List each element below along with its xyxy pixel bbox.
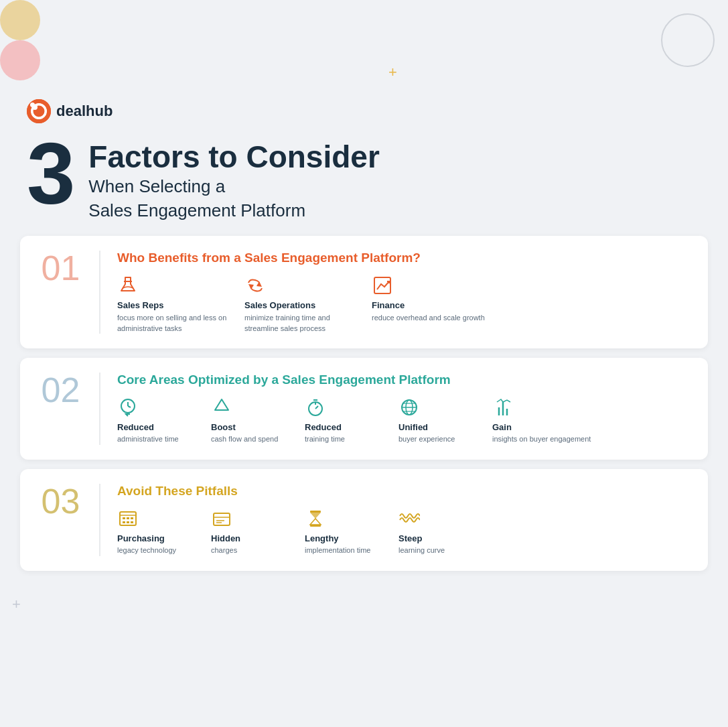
svg-marker-11	[215, 399, 228, 410]
svg-rect-32	[214, 513, 230, 525]
item-legacy-tech: Purchasinglegacy technology	[117, 508, 204, 556]
item-sales-ops-desc: minimize training time and streamline sa…	[244, 313, 365, 334]
item-finance-desc: reduce overhead and scale growth	[372, 313, 485, 323]
card-01-content: Who Benefits from a Sales Engagement Pla…	[117, 251, 689, 334]
svg-rect-31	[131, 521, 133, 523]
card-02-title: Core Areas Optimized by a Sales Engageme…	[117, 373, 689, 387]
title-sub: When Selecting a Sales Engagement Platfo…	[88, 174, 380, 223]
item-finance: Finance reduce overhead and scale growth	[372, 275, 485, 334]
svg-rect-30	[127, 521, 129, 523]
card-02-divider	[99, 373, 100, 445]
item-sales-ops-title: Sales Operations	[244, 300, 315, 312]
item-steep-curve-title: Steeplearning curve	[398, 533, 445, 556]
big-number: 3	[27, 130, 75, 217]
card-02: 02 Core Areas Optimized by a Sales Engag…	[20, 358, 708, 460]
svg-point-0	[27, 99, 51, 123]
item-finance-title: Finance	[372, 300, 405, 312]
title-text: Factors to Consider When Selecting a Sal…	[88, 137, 380, 222]
logo: dealhub	[27, 99, 113, 123]
svg-point-1	[32, 105, 46, 118]
stopwatch-icon	[305, 397, 326, 418]
card-03-divider	[99, 484, 100, 556]
item-sales-reps: Sales Reps focus more on selling and les…	[117, 275, 238, 334]
item-gain-insights-title: Gaininsights on buyer engagement	[492, 422, 591, 445]
item-hidden-charges: Hiddencharges	[211, 508, 298, 556]
hidden-charges-icon	[211, 508, 232, 529]
clock-down-icon	[117, 397, 139, 418]
arrow-up-icon	[211, 397, 232, 418]
svg-point-2	[32, 105, 38, 110]
plus-decoration-top: +	[388, 64, 397, 81]
item-reduced-admin: Reducedadministrative time	[117, 397, 204, 445]
item-unified-buyer-title: Unifiedbuyer experience	[398, 422, 455, 445]
svg-rect-27	[127, 517, 129, 519]
card-03-items: Purchasinglegacy technology Hiddencharge…	[117, 508, 689, 556]
card-01: 01 Who Benefits from a Sales Engagement …	[20, 236, 708, 348]
item-boost-title: Boostcash flow and spend	[211, 422, 278, 445]
item-lengthy-impl-title: Lengthyimplementation time	[305, 533, 370, 556]
item-sales-reps-desc: focus more on selling and less on admini…	[117, 313, 238, 334]
card-03-title: Avoid These Pitfalls	[117, 484, 689, 499]
header: dealhub	[0, 80, 728, 123]
bg-circle-top-right	[661, 13, 715, 67]
logo-text: dealhub	[56, 103, 113, 120]
card-02-items: Reducedadministrative time Boostcash flo…	[117, 397, 689, 445]
svg-rect-26	[123, 517, 125, 519]
item-legacy-tech-title: Purchasinglegacy technology	[117, 533, 176, 556]
logo-icon	[27, 99, 51, 123]
card-03-content: Avoid These Pitfalls Purchasinglegacy te…	[117, 484, 689, 556]
svg-marker-5	[248, 284, 254, 289]
wave-icon	[398, 508, 420, 529]
card-03: 03 Avoid These Pitfalls Purchasi	[20, 469, 708, 571]
insights-icon	[492, 397, 514, 418]
bg-circle-mid-right	[0, 0, 40, 40]
cards-container: 01 Who Benefits from a Sales Engagement …	[0, 229, 728, 577]
item-sales-ops: Sales Operations minimize training time …	[244, 275, 365, 334]
item-reduced-admin-title: Reducedadministrative time	[117, 422, 179, 445]
svg-line-9	[128, 406, 131, 407]
svg-rect-28	[131, 517, 133, 519]
card-01-number: 01	[39, 251, 82, 285]
flask-icon	[117, 275, 139, 296]
svg-marker-4	[257, 281, 262, 287]
card-02-number: 02	[39, 373, 82, 407]
card-02-content: Core Areas Optimized by a Sales Engageme…	[117, 373, 689, 445]
card-01-title: Who Benefits from a Sales Engagement Pla…	[117, 251, 689, 265]
card-01-divider	[99, 251, 100, 334]
item-unified-buyer: Unifiedbuyer experience	[398, 397, 486, 445]
item-reduced-training-title: Reducedtraining time	[305, 422, 345, 445]
svg-rect-29	[123, 521, 125, 523]
arrows-icon	[244, 275, 266, 296]
title-sub-line1: When Selecting a	[88, 176, 225, 196]
card-01-items: Sales Reps focus more on selling and les…	[117, 275, 689, 334]
chart-icon	[372, 275, 393, 296]
item-gain-insights: Gaininsights on buyer engagement	[492, 397, 591, 445]
item-lengthy-impl: Lengthyimplementation time	[305, 508, 392, 556]
item-boost-cash: Boostcash flow and spend	[211, 397, 298, 445]
legacy-icon	[117, 508, 139, 529]
plus-decoration-left: +	[12, 596, 21, 613]
main-title-area: 3 Factors to Consider When Selecting a S…	[0, 123, 728, 229]
globe-icon	[398, 397, 420, 418]
item-hidden-charges-title: Hiddencharges	[211, 533, 240, 556]
item-reduced-training: Reducedtraining time	[305, 397, 392, 445]
item-steep-curve: Steeplearning curve	[398, 508, 486, 556]
card-03-number: 03	[39, 484, 82, 519]
hourglass-icon	[305, 508, 326, 529]
title-main: Factors to Consider	[88, 140, 380, 174]
title-sub-line2: Sales Engagement Platform	[88, 200, 305, 220]
svg-line-15	[315, 406, 318, 409]
bg-circle-bottom	[0, 40, 40, 80]
svg-rect-36	[310, 511, 321, 513]
item-sales-reps-title: Sales Reps	[117, 300, 163, 312]
